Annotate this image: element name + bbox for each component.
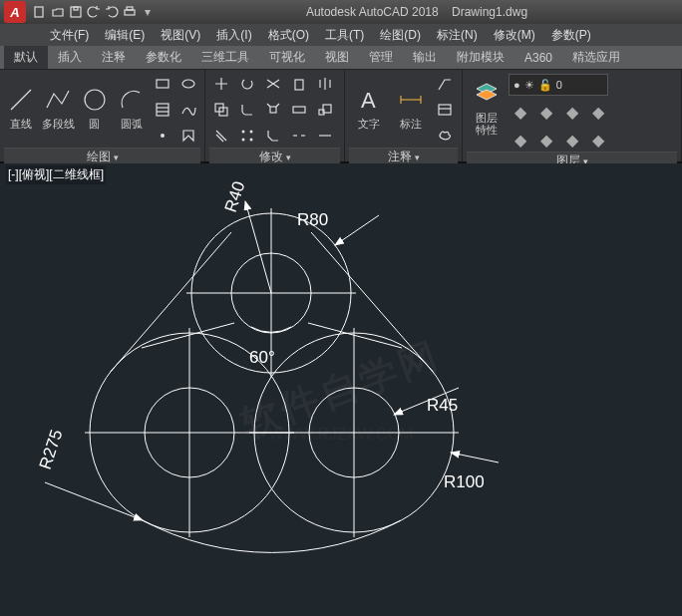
svg-rect-0 <box>35 7 43 17</box>
app-logo[interactable]: A <box>4 1 26 23</box>
region-icon[interactable] <box>176 124 200 148</box>
qat-undo-icon[interactable] <box>86 4 102 20</box>
table-icon[interactable] <box>433 98 457 122</box>
explode-icon[interactable] <box>261 98 285 122</box>
layer-freeze-icon[interactable]: ◆ <box>560 100 584 124</box>
layer-match-icon[interactable]: ◆ <box>534 100 558 124</box>
current-layer-name: 0 <box>556 79 562 91</box>
scale-icon[interactable] <box>313 98 337 122</box>
rectangle-icon[interactable] <box>151 72 174 96</box>
svg-rect-33 <box>439 105 451 115</box>
dimension-icon <box>397 86 425 114</box>
menu-insert[interactable]: 插入(I) <box>208 27 259 44</box>
circle-icon <box>81 86 109 114</box>
menu-tools[interactable]: 工具(T) <box>317 27 372 44</box>
leader-icon[interactable] <box>433 72 457 96</box>
arc-button[interactable]: 圆弧 <box>114 72 149 144</box>
tab-annotate[interactable]: 注释 <box>92 46 136 69</box>
tab-3dtools[interactable]: 三维工具 <box>191 46 259 69</box>
tab-view[interactable]: 视图 <box>315 46 359 69</box>
point-icon[interactable] <box>151 124 174 148</box>
cloud-icon[interactable] <box>433 124 457 148</box>
move-icon[interactable] <box>209 72 233 96</box>
menu-parametric[interactable]: 参数(P) <box>543 27 599 44</box>
layer-iso-icon[interactable]: ◆ <box>586 100 610 124</box>
tab-addins[interactable]: 附加模块 <box>447 46 514 69</box>
text-button[interactable]: A 文字 <box>349 72 389 144</box>
menu-view[interactable]: 视图(V) <box>153 27 208 44</box>
tab-manage[interactable]: 管理 <box>359 46 403 69</box>
polyline-icon <box>44 86 72 114</box>
svg-line-18 <box>276 104 279 107</box>
layer-off-icon[interactable]: ◆ <box>509 128 532 152</box>
fillet-icon[interactable] <box>235 98 259 122</box>
menu-modify[interactable]: 修改(M) <box>486 27 543 44</box>
spline-icon[interactable] <box>176 98 200 122</box>
app-name: Autodesk AutoCAD 2018 <box>306 5 439 19</box>
layer-selector[interactable]: ● ☀ 🔓 0 <box>509 74 608 96</box>
hatch-icon[interactable] <box>151 98 174 122</box>
chamfer-icon[interactable] <box>261 124 285 148</box>
menu-draw[interactable]: 绘图(D) <box>372 27 429 44</box>
layer-unlock-icon[interactable]: ◆ <box>586 128 610 152</box>
menu-format[interactable]: 格式(O) <box>260 27 317 44</box>
array-icon[interactable] <box>235 124 259 148</box>
line-button[interactable]: 直线 <box>4 72 39 144</box>
trim-icon[interactable] <box>261 72 285 96</box>
svg-rect-2 <box>74 7 78 10</box>
svg-rect-7 <box>157 80 169 88</box>
tab-visualize[interactable]: 可视化 <box>259 46 315 69</box>
titlebar: A ▾ Autodesk AutoCAD 2018 Drawing1.dwg <box>0 0 682 24</box>
qat-new-icon[interactable] <box>32 4 48 20</box>
offset-icon[interactable] <box>209 124 233 148</box>
ribbon-tabs: 默认 插入 注释 参数化 三维工具 可视化 视图 管理 输出 附加模块 A360… <box>0 46 682 70</box>
qat-open-icon[interactable] <box>50 4 66 20</box>
layers-icon <box>473 80 501 108</box>
layer-thaw-icon[interactable]: ◆ <box>560 128 584 152</box>
dim-r80: R80 <box>297 210 328 229</box>
arc-icon <box>118 86 146 114</box>
qat-dropdown-icon[interactable]: ▾ <box>140 4 156 20</box>
circle-button[interactable]: 圆 <box>78 72 113 144</box>
svg-line-5 <box>11 90 31 110</box>
mirror-icon[interactable] <box>313 72 337 96</box>
panel-annotate: A 文字 标注 注释▾ <box>345 70 463 161</box>
layer-make-current-icon[interactable]: ◆ <box>509 100 532 124</box>
svg-rect-16 <box>270 107 276 113</box>
svg-line-51 <box>245 201 271 293</box>
qat-print-icon[interactable] <box>122 4 138 20</box>
qat-redo-icon[interactable] <box>104 4 120 20</box>
svg-line-49 <box>308 323 402 348</box>
layer-properties-button[interactable]: 图层 特性 <box>467 72 507 144</box>
dim-r45: R45 <box>427 396 458 415</box>
break-icon[interactable] <box>287 124 311 148</box>
polyline-button[interactable]: 多段线 <box>41 72 76 144</box>
sun-icon: ☀ <box>524 79 534 92</box>
svg-line-55 <box>45 482 143 520</box>
layer-lock2-icon[interactable]: ◆ <box>534 128 558 152</box>
menu-file[interactable]: 文件(F) <box>42 27 97 44</box>
file-name: Drawing1.dwg <box>452 5 527 19</box>
svg-rect-1 <box>71 7 81 17</box>
tab-a360[interactable]: A360 <box>514 48 562 68</box>
tab-insert[interactable]: 插入 <box>48 46 92 69</box>
tab-apps[interactable]: 精选应用 <box>562 46 630 69</box>
dimension-button[interactable]: 标注 <box>391 72 431 144</box>
copy-icon[interactable] <box>209 98 233 122</box>
tab-output[interactable]: 输出 <box>403 46 447 69</box>
svg-point-25 <box>250 139 253 142</box>
drawing-area[interactable]: [-][俯视][二维线框] 软件自学网 WWW.RJZXW.COM R <box>0 163 682 616</box>
tab-parametric[interactable]: 参数化 <box>136 46 191 69</box>
rotate-icon[interactable] <box>235 72 259 96</box>
erase-icon[interactable] <box>287 72 311 96</box>
ellipse-icon[interactable] <box>176 72 200 96</box>
stretch-icon[interactable] <box>287 98 311 122</box>
line-icon <box>7 86 35 114</box>
tab-default[interactable]: 默认 <box>4 46 48 69</box>
svg-point-22 <box>242 131 245 134</box>
cad-drawing: R40 R80 60° R45 R100 R275 <box>0 163 682 616</box>
join-icon[interactable] <box>313 124 337 148</box>
menu-edit[interactable]: 编辑(E) <box>97 27 153 44</box>
qat-save-icon[interactable] <box>68 4 84 20</box>
menu-dimension[interactable]: 标注(N) <box>429 27 486 44</box>
